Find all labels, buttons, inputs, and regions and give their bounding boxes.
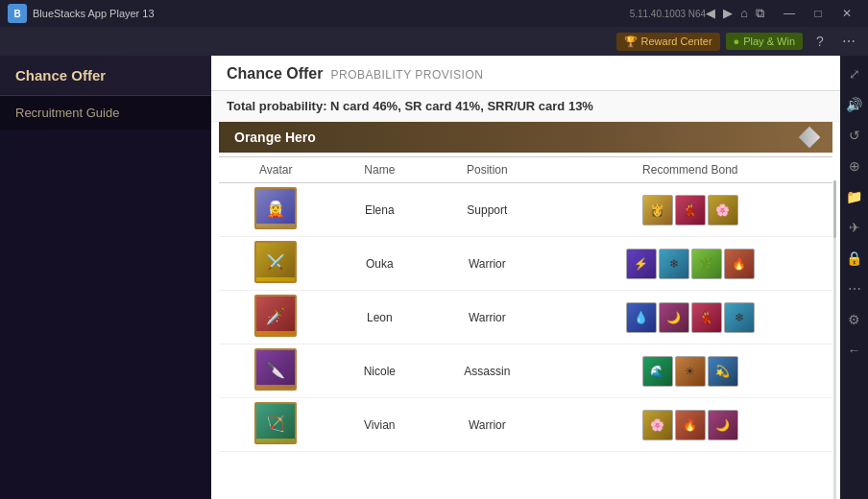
- hero-bond: 🌊☀💫: [548, 345, 832, 398]
- app-logo: B: [8, 4, 27, 23]
- app-title: BlueStacks App Player 13: [33, 8, 622, 19]
- bond-avatar: 🌙: [659, 302, 689, 333]
- scroll-thumb[interactable]: [833, 180, 836, 238]
- bond-avatar: 💫: [708, 356, 738, 387]
- table-header-row: Avatar Name Position Recommend Bond: [219, 157, 832, 183]
- diamond-icon: [799, 127, 821, 149]
- app-version: 5.11.40.1003 N64: [630, 9, 707, 19]
- help-button[interactable]: ?: [808, 30, 832, 53]
- table-row: 🏹VivianWarrior🌸🔥🌙: [219, 398, 832, 452]
- orange-hero-label: Orange Hero: [234, 130, 316, 145]
- right-sidebar: ⤢ 🔊 ↺ ⊕ 📁 ✈ 🔒 ⋯ ⚙ ←: [840, 56, 868, 499]
- hero-bond: 🌸🔥🌙: [548, 398, 832, 452]
- top-toolbar: 🏆 Reward Center ● Play & Win ? ⋯: [0, 27, 868, 56]
- minimize-button[interactable]: —: [776, 0, 803, 27]
- table-row: 🗡️LeonWarrior💧🌙💃❄: [219, 291, 832, 345]
- plus-icon[interactable]: ⊕: [844, 155, 865, 177]
- bond-avatar: 💃: [691, 302, 722, 333]
- volume-icon[interactable]: 🔊: [844, 94, 865, 115]
- home-button[interactable]: ⌂: [740, 6, 748, 21]
- more-icon[interactable]: ⋯: [844, 278, 865, 299]
- col-bond: Recommend Bond: [548, 157, 832, 183]
- hero-position: Warrior: [426, 398, 548, 452]
- airplane-icon[interactable]: ✈: [844, 217, 865, 238]
- back-sidebar-icon[interactable]: ←: [844, 340, 865, 361]
- table-row: ⚔️OukaWarrior⚡❄🌿🔥: [219, 237, 832, 291]
- bond-avatar: 🌙: [708, 410, 738, 440]
- title-bar: B BlueStacks App Player 13 5.11.40.1003 …: [0, 0, 868, 27]
- bond-avatar: 🌸: [708, 195, 738, 226]
- rotate-icon[interactable]: ↺: [844, 125, 865, 146]
- hero-position: Warrior: [426, 291, 548, 345]
- bond-avatar: 🌊: [642, 356, 673, 387]
- bond-avatar: ⚡: [626, 249, 657, 279]
- left-panel: Chance Offer Recruitment Guide: [0, 56, 211, 499]
- hero-bond: 💧🌙💃❄: [548, 291, 832, 345]
- hero-bond: 👸💃🌸: [548, 183, 832, 237]
- bond-avatar: 💃: [675, 195, 706, 226]
- recruitment-guide-tab[interactable]: Recruitment Guide: [0, 96, 211, 130]
- bond-avatar: ❄: [659, 249, 689, 279]
- col-name: Name: [333, 157, 427, 183]
- bond-avatar: ❄: [724, 302, 755, 333]
- maximize-button[interactable]: □: [805, 0, 832, 27]
- fullscreen-icon[interactable]: ⤢: [844, 63, 865, 84]
- window-controls: — □ ✕: [776, 0, 860, 27]
- back-button[interactable]: ◀: [706, 6, 715, 21]
- avatar-cell: 🔪: [219, 345, 333, 398]
- table-container[interactable]: Avatar Name Position Recommend Bond 🧝Ele…: [211, 156, 840, 475]
- bond-avatar: 🌸: [642, 410, 673, 440]
- bond-avatar: ☀: [675, 356, 706, 387]
- hero-name: Leon: [333, 291, 427, 345]
- play-icon: ●: [734, 36, 740, 47]
- hero-name: Nicole: [333, 345, 427, 398]
- chance-offer-tab[interactable]: Chance Offer: [0, 56, 211, 96]
- forward-button[interactable]: ▶: [723, 6, 733, 21]
- modal-subtitle: PROBABILITY PROVISION: [330, 68, 483, 82]
- gear-icon[interactable]: ⚙: [844, 309, 865, 330]
- col-position: Position: [426, 157, 548, 183]
- bond-avatar: 💧: [626, 302, 657, 333]
- avatar-cell: 🗡️: [219, 291, 333, 345]
- heroes-table: Avatar Name Position Recommend Bond 🧝Ele…: [219, 156, 832, 452]
- reward-icon: 🏆: [624, 36, 638, 48]
- layers-button[interactable]: ⧉: [756, 6, 764, 21]
- reward-center-button[interactable]: 🏆 Reward Center: [616, 33, 720, 51]
- close-button[interactable]: ✕: [833, 0, 860, 27]
- play-win-button[interactable]: ● Play & Win: [726, 33, 803, 50]
- folder-icon[interactable]: 📁: [844, 186, 865, 207]
- hero-position: Warrior: [426, 237, 548, 291]
- hero-name: Elena: [333, 183, 427, 237]
- modal-title: Chance Offer: [227, 65, 323, 83]
- table-row: 🔪NicoleAssassin🌊☀💫: [219, 345, 832, 398]
- hero-name: Vivian: [333, 398, 427, 452]
- hero-position: Assassin: [426, 345, 548, 398]
- bond-avatar: 👸: [642, 195, 673, 226]
- main-modal: Chance Offer PROBABILITY PROVISION Total…: [211, 56, 840, 499]
- hero-bond: ⚡❄🌿🔥: [548, 237, 832, 291]
- lock-icon[interactable]: 🔒: [844, 248, 865, 269]
- bond-avatar: 🔥: [724, 249, 755, 279]
- hero-position: Support: [426, 183, 548, 237]
- probability-text: Total probability: N card 46%, SR card 4…: [211, 91, 840, 122]
- settings-dots-button[interactable]: ⋯: [837, 30, 860, 53]
- avatar-cell: 🧝: [219, 183, 333, 237]
- bond-avatar: 🔥: [675, 410, 706, 440]
- bond-avatar: 🌿: [691, 249, 722, 279]
- modal-header: Chance Offer PROBABILITY PROVISION: [211, 56, 840, 91]
- col-avatar: Avatar: [219, 157, 333, 183]
- avatar-cell: ⚔️: [219, 237, 333, 291]
- hero-name: Ouka: [333, 237, 427, 291]
- avatar-cell: 🏹: [219, 398, 333, 452]
- nav-buttons: ◀ ▶ ⌂ ⧉: [706, 6, 764, 21]
- table-row: 🧝ElenaSupport👸💃🌸: [219, 183, 832, 237]
- scrollbar[interactable]: [833, 180, 836, 499]
- orange-hero-header: Orange Hero: [219, 122, 832, 153]
